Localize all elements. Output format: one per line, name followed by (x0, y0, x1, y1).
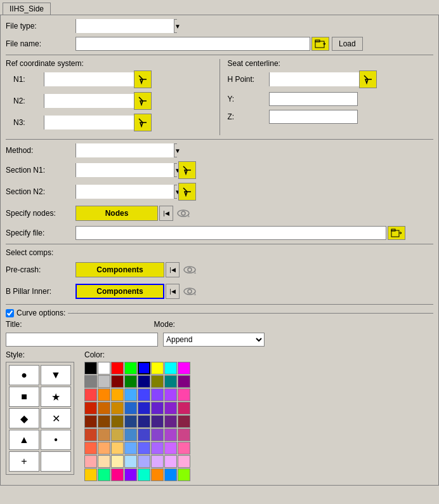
style-cell-8[interactable]: + (9, 451, 39, 472)
h-point-dropdown[interactable]: ▼ (269, 72, 358, 86)
color-cell-7-6[interactable] (164, 455, 177, 468)
method-chevron[interactable]: ▼ (174, 144, 181, 157)
color-cell-7-2[interactable] (111, 455, 124, 468)
section-n2-select-button[interactable] (178, 183, 196, 201)
mode-dropdown[interactable]: Append Replace New (163, 333, 265, 347)
color-cell-1-0[interactable] (84, 375, 97, 388)
tab-iihs-side[interactable]: IIHS_Side (3, 3, 51, 15)
color-cell-0-5[interactable] (151, 362, 164, 375)
n2-input[interactable] (44, 94, 142, 108)
n3-select-button[interactable] (134, 114, 152, 131)
color-cell-4-2[interactable] (111, 415, 124, 428)
curve-options-checkbox[interactable] (6, 309, 14, 317)
color-cell-0-6[interactable] (164, 362, 177, 375)
color-cell-2-4[interactable] (138, 388, 150, 401)
method-input[interactable]: Section cut (76, 143, 174, 157)
nodes-button[interactable]: Nodes (75, 206, 158, 221)
specify-file-input[interactable] (75, 226, 386, 240)
color-cell-8-5[interactable] (151, 468, 164, 481)
color-cell-6-4[interactable] (138, 442, 150, 454)
color-cell-5-7[interactable] (178, 428, 190, 441)
color-cell-1-7[interactable] (178, 375, 190, 388)
color-cell-7-3[interactable] (124, 455, 137, 468)
b-pillar-first-button[interactable]: |◀ (166, 284, 180, 299)
style-cell-0[interactable]: ● (9, 365, 39, 385)
pre-crash-components-button[interactable]: Components (75, 262, 164, 277)
n1-input[interactable] (44, 72, 142, 86)
style-cell-3[interactable]: ★ (41, 387, 71, 407)
color-cell-3-6[interactable] (164, 402, 177, 414)
h-point-select-button[interactable] (359, 70, 377, 88)
color-cell-2-1[interactable] (98, 388, 110, 401)
n2-dropdown[interactable]: ▼ (44, 94, 133, 108)
pre-crash-first-button[interactable]: |◀ (166, 262, 180, 277)
color-cell-6-3[interactable] (124, 442, 137, 454)
color-cell-5-6[interactable] (164, 428, 177, 441)
color-cell-6-0[interactable] (84, 442, 97, 454)
nodes-first-button[interactable]: |◀ (159, 206, 173, 221)
color-cell-4-3[interactable] (124, 415, 137, 428)
color-cell-2-2[interactable] (111, 388, 124, 401)
method-dropdown[interactable]: Section cut ▼ (75, 143, 177, 157)
style-cell-9[interactable] (41, 451, 71, 472)
color-cell-6-6[interactable] (164, 442, 177, 454)
color-cell-6-1[interactable] (98, 442, 110, 454)
n3-dropdown[interactable]: ▼ (44, 116, 133, 129)
color-cell-3-7[interactable] (178, 402, 190, 414)
color-cell-7-1[interactable] (98, 455, 110, 468)
color-cell-3-3[interactable] (124, 402, 137, 414)
section-n2-input[interactable] (76, 185, 174, 199)
section-n2-dropdown[interactable]: ▼ (75, 185, 177, 199)
color-cell-1-5[interactable] (151, 375, 164, 388)
pre-crash-eye-button[interactable]: 1 (181, 261, 199, 279)
color-cell-4-7[interactable] (178, 415, 190, 428)
section-n1-dropdown[interactable]: ▼ (75, 163, 177, 177)
color-cell-5-1[interactable] (98, 428, 110, 441)
file-type-chevron[interactable]: ▼ (174, 20, 181, 32)
color-cell-0-7[interactable] (178, 362, 190, 375)
color-cell-3-2[interactable] (111, 402, 124, 414)
n3-input[interactable] (44, 116, 142, 129)
color-cell-1-3[interactable] (124, 375, 137, 388)
color-cell-7-0[interactable] (84, 455, 97, 468)
color-cell-6-7[interactable] (178, 442, 190, 454)
b-pillar-components-button[interactable]: Components (75, 284, 164, 299)
color-cell-8-0[interactable] (84, 468, 97, 481)
n1-dropdown[interactable]: ▼ (44, 72, 133, 86)
style-cell-6[interactable]: ▲ (9, 430, 39, 450)
color-cell-4-4[interactable] (138, 415, 150, 428)
color-cell-5-4[interactable] (138, 428, 150, 441)
color-cell-8-7[interactable] (178, 468, 190, 481)
color-cell-4-1[interactable] (98, 415, 110, 428)
color-cell-2-7[interactable] (178, 388, 190, 401)
color-cell-5-0[interactable] (84, 428, 97, 441)
color-cell-7-7[interactable] (178, 455, 190, 468)
color-cell-0-4[interactable] (138, 362, 150, 375)
color-cell-0-0[interactable] (84, 362, 97, 375)
color-cell-8-1[interactable] (98, 468, 110, 481)
mode-select[interactable]: Append Replace New (164, 333, 264, 346)
section-n1-input[interactable] (76, 163, 174, 177)
file-type-dropdown[interactable]: Radioss - A0 ▼ (75, 19, 177, 33)
color-cell-3-0[interactable] (84, 402, 97, 414)
color-cell-8-3[interactable] (124, 468, 137, 481)
color-cell-2-5[interactable] (151, 388, 164, 401)
color-cell-3-4[interactable] (138, 402, 150, 414)
color-cell-3-5[interactable] (151, 402, 164, 414)
color-cell-7-4[interactable] (138, 455, 150, 468)
style-cell-1[interactable]: ▼ (41, 365, 71, 385)
color-cell-8-6[interactable] (164, 468, 177, 481)
color-cell-5-5[interactable] (151, 428, 164, 441)
color-cell-5-3[interactable] (124, 428, 137, 441)
color-cell-2-3[interactable] (124, 388, 137, 401)
file-type-input[interactable]: Radioss - A0 (76, 19, 174, 33)
color-cell-0-3[interactable] (124, 362, 137, 375)
style-cell-7[interactable]: • (41, 430, 71, 450)
file-browse-button[interactable] (311, 37, 329, 51)
color-cell-4-6[interactable] (164, 415, 177, 428)
color-cell-0-1[interactable] (98, 362, 110, 375)
section-n1-select-button[interactable] (178, 161, 196, 179)
color-cell-3-1[interactable] (98, 402, 110, 414)
n2-select-button[interactable] (134, 92, 152, 110)
color-cell-6-2[interactable] (111, 442, 124, 454)
